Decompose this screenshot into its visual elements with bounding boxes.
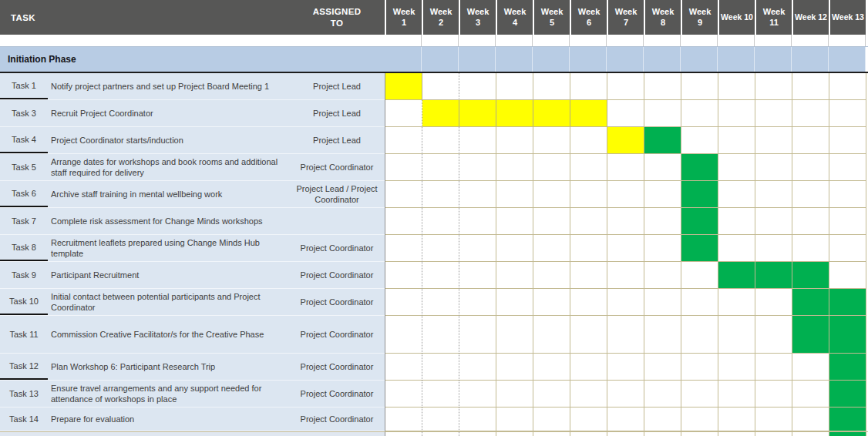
week-cell[interactable]: [570, 432, 607, 436]
week-cell[interactable]: [533, 316, 570, 354]
week-cell[interactable]: [755, 235, 792, 262]
week-cell[interactable]: [570, 381, 607, 407]
week-cell[interactable]: [496, 407, 533, 431]
assigned-to-cell[interactable]: Project Lead: [289, 100, 385, 126]
week-cell[interactable]: [533, 381, 570, 407]
week-cell[interactable]: [792, 73, 829, 100]
task-id-cell[interactable]: Task 14: [0, 407, 48, 431]
week-cell[interactable]: [829, 154, 866, 181]
task-description-cell[interactable]: Recruit Project Coordinator: [48, 100, 289, 126]
assigned-to-cell[interactable]: Project Coordinator: [289, 316, 385, 353]
week-cell[interactable]: [755, 181, 792, 208]
week-cell[interactable]: [422, 127, 459, 154]
week-column-header[interactable]: Week 4: [496, 0, 533, 35]
week-cell[interactable]: [459, 316, 496, 354]
week-column-header[interactable]: Week 1: [385, 0, 422, 35]
gantt-bar-cell[interactable]: [533, 100, 570, 127]
gantt-bar-cell[interactable]: [755, 262, 792, 289]
week-cell[interactable]: [755, 381, 792, 407]
week-cell[interactable]: [644, 381, 681, 407]
week-cell[interactable]: [385, 316, 422, 354]
phase-week-cell[interactable]: [422, 47, 459, 72]
spacer-cell[interactable]: [644, 35, 681, 46]
week-cell[interactable]: [681, 316, 718, 354]
week-cell[interactable]: [459, 154, 496, 181]
week-cell[interactable]: [644, 316, 681, 354]
week-cell[interactable]: [755, 432, 792, 436]
phase-week-cell[interactable]: [607, 47, 644, 72]
week-cell[interactable]: [385, 154, 422, 181]
week-cell[interactable]: [459, 354, 496, 381]
task-description-cell[interactable]: Plan Workshop 6: Participant Research Tr…: [48, 354, 289, 380]
week-cell[interactable]: [533, 262, 570, 289]
phase-week-cell[interactable]: [385, 47, 422, 72]
week-cell[interactable]: [385, 407, 422, 431]
week-cell[interactable]: [681, 127, 718, 154]
task-description-cell[interactable]: Participant Recruitment: [48, 262, 289, 288]
week-cell[interactable]: [829, 235, 866, 262]
task-id-cell[interactable]: Task 7: [0, 208, 48, 234]
week-cell[interactable]: [533, 181, 570, 208]
phase-week-cell[interactable]: [681, 47, 718, 72]
week-cell[interactable]: [644, 235, 681, 262]
week-cell[interactable]: [644, 432, 681, 436]
week-cell[interactable]: [607, 381, 644, 407]
gantt-bar-cell[interactable]: [829, 381, 866, 407]
gantt-bar-cell[interactable]: [422, 100, 459, 127]
gantt-bar-cell[interactable]: [496, 100, 533, 127]
gantt-bar-cell[interactable]: [829, 407, 866, 431]
week-cell[interactable]: [681, 432, 718, 436]
week-cell[interactable]: [533, 354, 570, 381]
phase-week-cell[interactable]: [792, 47, 829, 72]
task-id-cell[interactable]: Task 8: [0, 235, 48, 261]
task-id-cell[interactable]: Task 6: [0, 181, 48, 207]
week-cell[interactable]: [681, 381, 718, 407]
task-id-cell[interactable]: Task 1: [0, 73, 48, 99]
week-cell[interactable]: [422, 407, 459, 431]
week-cell[interactable]: [385, 289, 422, 316]
week-cell[interactable]: [792, 127, 829, 154]
week-cell[interactable]: [792, 432, 829, 436]
phase-week-cell[interactable]: [496, 47, 533, 72]
week-column-header[interactable]: Week 3: [459, 0, 496, 35]
task-id-cell[interactable]: Task 10: [0, 289, 48, 315]
week-column-header[interactable]: Week 6: [570, 0, 607, 35]
week-cell[interactable]: [533, 127, 570, 154]
week-cell[interactable]: [829, 73, 866, 100]
week-cell[interactable]: [570, 289, 607, 316]
week-cell[interactable]: [496, 127, 533, 154]
week-cell[interactable]: [792, 354, 829, 381]
week-cell[interactable]: [681, 407, 718, 431]
week-cell[interactable]: [607, 262, 644, 289]
task-description-cell[interactable]: Archive staff training in mental wellbei…: [48, 181, 289, 207]
assigned-to-cell[interactable]: Project Coordinator: [289, 154, 385, 180]
week-cell[interactable]: [607, 73, 644, 100]
week-cell[interactable]: [718, 73, 755, 100]
spacer-cell[interactable]: [422, 35, 459, 46]
task-id-cell[interactable]: Task 3: [0, 100, 48, 126]
gantt-bar-cell[interactable]: [459, 100, 496, 127]
week-cell[interactable]: [459, 432, 496, 436]
week-cell[interactable]: [755, 127, 792, 154]
gantt-bar-cell[interactable]: [829, 354, 866, 381]
week-cell[interactable]: [718, 100, 755, 127]
week-cell[interactable]: [496, 432, 533, 436]
week-cell[interactable]: [385, 100, 422, 127]
assigned-to-cell[interactable]: Project Coordinator: [289, 354, 385, 380]
week-cell[interactable]: [533, 73, 570, 100]
assigned-to-cell[interactable]: Project Coordinator: [289, 407, 385, 431]
spacer-cell[interactable]: [533, 35, 570, 46]
week-cell[interactable]: [385, 432, 422, 436]
week-cell[interactable]: [644, 181, 681, 208]
gantt-bar-cell[interactable]: [681, 235, 718, 262]
week-cell[interactable]: [533, 407, 570, 431]
week-cell[interactable]: [755, 208, 792, 235]
week-cell[interactable]: [829, 181, 866, 208]
week-cell[interactable]: [755, 289, 792, 316]
week-cell[interactable]: [422, 154, 459, 181]
gantt-bar-cell[interactable]: [792, 262, 829, 289]
assigned-to-cell[interactable]: Project Coordinator: [289, 235, 385, 261]
week-cell[interactable]: [459, 181, 496, 208]
task-description-cell[interactable]: Prepare for evaluation: [48, 407, 289, 431]
spacer-cell[interactable]: [570, 35, 607, 46]
